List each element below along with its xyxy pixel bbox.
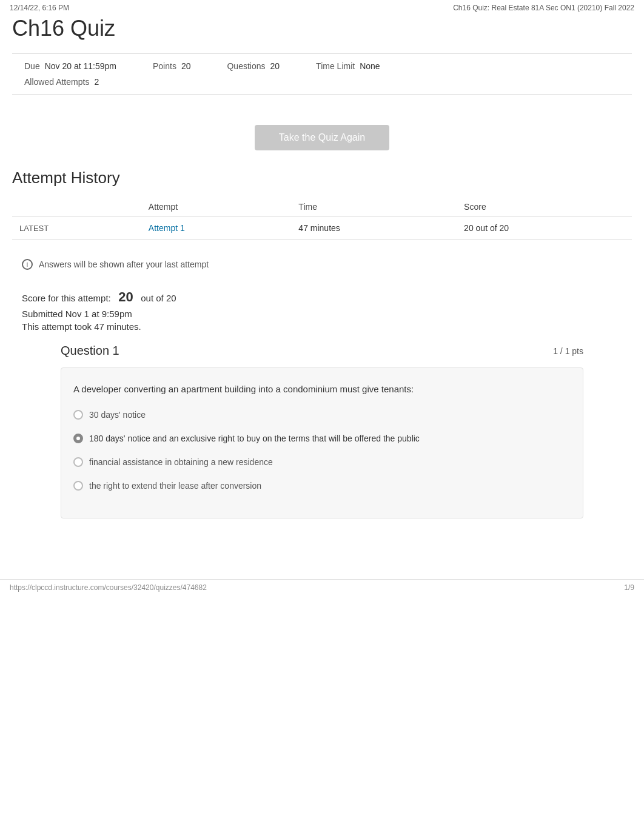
attempt-row-score: 20 out of 20	[457, 217, 632, 240]
questions-value: 20	[270, 61, 280, 71]
notice-box: i Answers will be shown after your last …	[12, 252, 632, 277]
timestamp: 12/14/22, 6:16 PM	[10, 4, 69, 12]
allowed-attempts-value: 2	[94, 77, 99, 87]
quiz-meta-bar: Due Nov 20 at 11:59pm Points 20 Question…	[12, 53, 632, 95]
score-info: Score for this attempt: 20 out of 20 Sub…	[12, 289, 632, 332]
col-label	[12, 197, 141, 217]
score-for-label: Score for this attempt:	[22, 293, 111, 303]
due-value: Nov 20 at 11:59pm	[45, 61, 116, 71]
points-label: Points	[153, 61, 176, 71]
question1-title: Question 1	[61, 344, 119, 358]
answer-option[interactable]: the right to extend their lease after co…	[73, 480, 571, 492]
submitted-text: Submitted Nov 1 at 9:59pm	[22, 309, 622, 319]
radio-button[interactable]	[73, 457, 83, 467]
score-out-of: out of 20	[141, 293, 176, 303]
col-time: Time	[291, 197, 457, 217]
due-label: Due	[24, 61, 40, 71]
questions-label: Questions	[227, 61, 265, 71]
footer-page: 1/9	[624, 583, 634, 592]
answer-text: 180 days' notice and an exclusive right …	[89, 432, 420, 445]
question1-text: A developer converting an apartment buil…	[73, 383, 571, 397]
answer-text: the right to extend their lease after co…	[89, 480, 261, 492]
attempt-history-title: Attempt History	[12, 169, 632, 187]
radio-button[interactable]	[73, 481, 83, 491]
radio-button[interactable]	[73, 410, 83, 420]
radio-button[interactable]	[73, 434, 83, 443]
take-quiz-button[interactable]: Take the Quiz Again	[255, 125, 389, 150]
quiz-title: Ch16 Quiz	[12, 16, 632, 47]
info-icon: i	[22, 259, 33, 270]
answer-option[interactable]: 30 days' notice	[73, 409, 571, 421]
attempt-row-time: 47 minutes	[291, 217, 457, 240]
table-row: LATESTAttempt 147 minutes20 out of 20	[12, 217, 632, 240]
answer-text: financial assistance in obtaining a new …	[89, 456, 273, 469]
score-number: 20	[118, 289, 133, 304]
answer-option[interactable]: 180 days' notice and an exclusive right …	[73, 432, 571, 445]
attempt-history-table: Attempt Time Score LATESTAttempt 147 min…	[12, 197, 632, 240]
attempt-row-attempt[interactable]: Attempt 1	[141, 217, 292, 240]
answer-option[interactable]: financial assistance in obtaining a new …	[73, 456, 571, 469]
points-value: 20	[181, 61, 191, 71]
time-limit-value: None	[360, 61, 380, 71]
question1-box: A developer converting an apartment buil…	[61, 367, 583, 518]
page-title-bar: Ch16 Quiz: Real Estate 81A Sec ON1 (2021…	[453, 4, 634, 12]
col-score: Score	[457, 197, 632, 217]
time-limit-label: Time Limit	[316, 61, 355, 71]
attempt-row-label: LATEST	[12, 217, 141, 240]
allowed-attempts-label: Allowed Attempts	[24, 77, 89, 87]
notice-text: Answers will be shown after your last at…	[39, 260, 209, 269]
took-text: This attempt took 47 minutes.	[22, 321, 622, 332]
question1-points: 1 / 1 pts	[553, 346, 583, 356]
col-attempt: Attempt	[141, 197, 292, 217]
footer-url: https://clpccd.instructure.com/courses/3…	[10, 583, 207, 592]
answer-text: 30 days' notice	[89, 409, 146, 421]
